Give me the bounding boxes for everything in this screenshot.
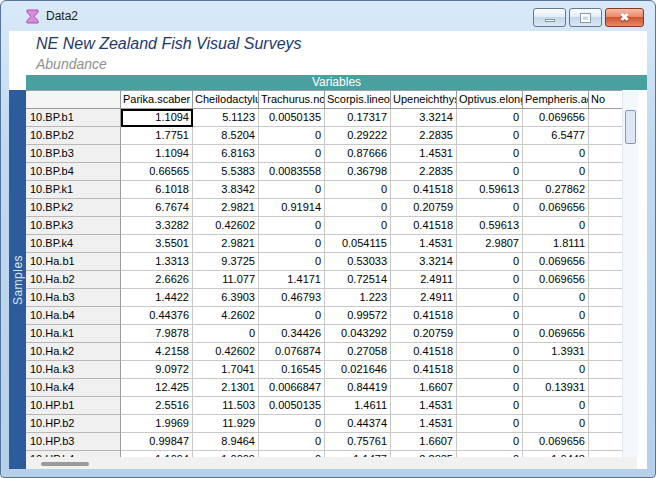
horizontal-scrollbar[interactable] (26, 457, 637, 469)
data-cell[interactable]: 0 (457, 379, 523, 397)
data-cell[interactable]: 7.9878 (121, 325, 193, 343)
data-cell[interactable]: 0 (457, 163, 523, 181)
data-cell[interactable]: 1.7751 (121, 127, 193, 145)
data-cell[interactable]: 0.41518 (391, 361, 457, 379)
data-cell[interactable]: 8.5204 (193, 127, 259, 145)
data-cell[interactable] (589, 433, 623, 451)
data-cell[interactable]: 2.4911 (391, 289, 457, 307)
data-cell[interactable]: 0.44374 (325, 415, 391, 433)
data-cell[interactable]: 0.16545 (259, 361, 325, 379)
data-cell[interactable]: 0.076874 (259, 343, 325, 361)
data-cell[interactable]: 0.59613 (457, 217, 523, 235)
data-cell[interactable]: 0.0083558 (259, 163, 325, 181)
data-cell[interactable]: 1.9969 (121, 415, 193, 433)
row-label[interactable]: 10.HP.b1 (26, 397, 121, 415)
data-cell[interactable]: 0.29222 (325, 127, 391, 145)
data-cell[interactable]: 0 (259, 181, 325, 199)
row-label[interactable]: 10.BP.k4 (26, 235, 121, 253)
data-cell[interactable]: 6.3903 (193, 289, 259, 307)
data-cell[interactable]: 3.8342 (193, 181, 259, 199)
data-cell[interactable]: 8.9464 (193, 433, 259, 451)
data-cell[interactable]: 0 (457, 307, 523, 325)
data-cell[interactable] (589, 271, 623, 289)
row-label[interactable]: 10.Ha.b1 (26, 253, 121, 271)
column-header[interactable]: Trachurus.nov (259, 91, 325, 109)
data-cell[interactable] (589, 343, 623, 361)
row-label[interactable]: 10.Ha.b4 (26, 307, 121, 325)
data-cell[interactable]: 0.069656 (523, 271, 589, 289)
data-cell[interactable]: 2.6626 (121, 271, 193, 289)
data-cell[interactable]: 0 (457, 343, 523, 361)
column-header[interactable]: Cheilodactylu (193, 91, 259, 109)
data-cell[interactable]: 0 (523, 217, 589, 235)
data-cell[interactable]: 2.2835 (391, 127, 457, 145)
data-cell[interactable]: 0.021646 (325, 361, 391, 379)
data-cell[interactable]: 0.0066847 (259, 379, 325, 397)
data-cell[interactable]: 0 (523, 163, 589, 181)
data-cell[interactable]: 1.1094 (121, 145, 193, 163)
row-label[interactable]: 10.BP.k3 (26, 217, 121, 235)
row-label[interactable]: 10.BP.b4 (26, 163, 121, 181)
row-label[interactable]: 10.Ha.k2 (26, 343, 121, 361)
restore-button[interactable] (569, 8, 602, 27)
data-cell[interactable] (589, 217, 623, 235)
column-header[interactable]: Upeneichthys (391, 91, 457, 109)
data-cell[interactable]: 0.20759 (391, 325, 457, 343)
data-cell[interactable] (589, 163, 623, 181)
data-cell[interactable]: 0.72514 (325, 271, 391, 289)
data-cell[interactable]: 0 (457, 415, 523, 433)
data-cell[interactable]: 1.4171 (259, 271, 325, 289)
data-cell[interactable]: 0 (523, 289, 589, 307)
data-cell[interactable]: 0 (457, 433, 523, 451)
data-cell[interactable]: 0.069656 (523, 325, 589, 343)
data-cell[interactable] (589, 415, 623, 433)
data-cell[interactable]: 0.44376 (121, 307, 193, 325)
data-cell[interactable]: 1.4531 (391, 397, 457, 415)
data-cell[interactable]: 0.46793 (259, 289, 325, 307)
data-cell[interactable] (589, 127, 623, 145)
minimize-button[interactable] (533, 8, 566, 27)
data-cell[interactable]: 2.1301 (193, 379, 259, 397)
data-cell[interactable] (589, 397, 623, 415)
data-cell[interactable]: 0 (523, 307, 589, 325)
data-cell[interactable]: 0.41518 (391, 217, 457, 235)
data-cell[interactable]: 0 (259, 127, 325, 145)
column-header[interactable]: No (589, 91, 623, 109)
data-cell[interactable] (589, 325, 623, 343)
data-cell[interactable]: 0.069656 (523, 199, 589, 217)
data-cell[interactable]: 0.41518 (391, 181, 457, 199)
data-cell[interactable]: 0 (523, 361, 589, 379)
data-cell[interactable]: 2.9807 (457, 235, 523, 253)
data-cell[interactable]: 2.2835 (391, 163, 457, 181)
data-cell[interactable]: 0.34426 (259, 325, 325, 343)
data-cell[interactable]: 0.36798 (325, 163, 391, 181)
row-label[interactable]: 10.BP.b3 (26, 145, 121, 163)
data-cell[interactable] (589, 361, 623, 379)
data-cell[interactable]: 1.8111 (523, 235, 589, 253)
title-bar[interactable]: Data2 ✖ (1, 1, 655, 31)
data-cell[interactable]: 0.99572 (325, 307, 391, 325)
data-cell[interactable]: 0.0050135 (259, 397, 325, 415)
horizontal-scrollbar-thumb[interactable] (41, 462, 89, 466)
data-cell[interactable]: 0.87666 (325, 145, 391, 163)
data-cell[interactable]: 0.66565 (121, 163, 193, 181)
data-cell[interactable]: 0 (523, 145, 589, 163)
row-label[interactable]: 10.BP.k1 (26, 181, 121, 199)
data-cell[interactable]: 2.9821 (193, 199, 259, 217)
data-cell[interactable]: 0 (259, 217, 325, 235)
data-cell[interactable]: 3.3214 (391, 253, 457, 271)
data-cell[interactable]: 1.4531 (391, 235, 457, 253)
data-cell[interactable]: 0 (523, 415, 589, 433)
data-cell[interactable]: 9.3725 (193, 253, 259, 271)
row-label[interactable]: 10.BP.b2 (26, 127, 121, 145)
data-cell[interactable]: 1.3313 (121, 253, 193, 271)
data-cell[interactable]: 0.069656 (523, 433, 589, 451)
data-cell[interactable]: 11.929 (193, 415, 259, 433)
data-cell[interactable]: 1.6607 (391, 379, 457, 397)
data-cell[interactable]: 0.27058 (325, 343, 391, 361)
row-label[interactable]: 10.Ha.b3 (26, 289, 121, 307)
data-cell[interactable]: 6.5477 (523, 127, 589, 145)
data-cell[interactable]: 0 (259, 307, 325, 325)
data-cell[interactable]: 0.99847 (121, 433, 193, 451)
data-cell[interactable]: 5.5383 (193, 163, 259, 181)
